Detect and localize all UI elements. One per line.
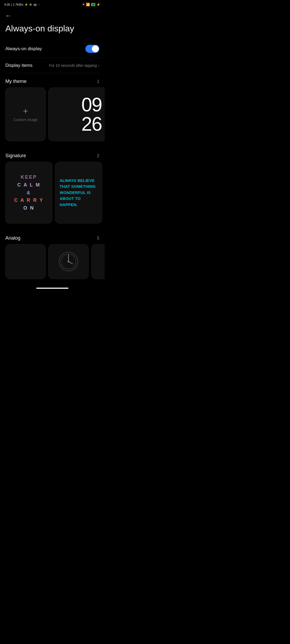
display-items-label: Display items [5, 63, 32, 68]
analog-section-header: Analog 5 [0, 230, 105, 244]
status-right: ✕ 📶 16 ⚡ [82, 3, 100, 6]
network-speed-value: 1.7KB/s [13, 3, 23, 6]
time: 9:26 [4, 3, 10, 6]
always-on-toggle[interactable] [85, 45, 99, 53]
dots-icon: ··· [38, 3, 40, 6]
always-on-label: Always-on display [5, 46, 42, 52]
analog-card-3[interactable] [91, 244, 105, 279]
status-left: 9:26 | 1.7KB/s ⚡ ⚙ 📹 ··· [4, 3, 40, 6]
analog-card-2[interactable] [48, 244, 89, 279]
analog-cards [0, 244, 105, 284]
svg-point-4 [68, 261, 69, 262]
camera-icon: 📹 [33, 3, 37, 6]
x-icon: ✕ [82, 3, 85, 6]
flash-icon: ⚡ [24, 3, 28, 6]
keep-calm-card[interactable]: KEEP C A L M & C A R R Y O N [5, 162, 52, 224]
clock-theme-card[interactable]: 09 26 [48, 87, 105, 141]
custom-image-label: Custom image [13, 118, 38, 122]
signature-count: 2 [97, 153, 99, 158]
kc-line2: C A L M [14, 181, 44, 189]
kc-line5: O N [14, 204, 44, 212]
analog-title: Analog [5, 235, 20, 241]
believe-text: ALWAYS BELIEVE THAT SOMETHING WONDERFUL … [55, 173, 102, 212]
keep-calm-text: KEEP C A L M & C A R R Y O N [14, 173, 44, 212]
always-believe-card[interactable]: ALWAYS BELIEVE THAT SOMETHING WONDERFUL … [55, 162, 102, 224]
plus-icon: + [23, 107, 28, 115]
clock-minute: 26 [81, 114, 102, 134]
always-on-toggle-row: Always-on display [0, 40, 105, 58]
toggle-knob [92, 45, 99, 52]
display-items-row[interactable]: Display items For 10 seconds after tappi… [0, 58, 105, 73]
home-indicator [0, 284, 105, 291]
page-title: Always-on display [0, 21, 105, 40]
kc-line3: & [14, 189, 44, 197]
analog-card-1[interactable] [5, 244, 46, 279]
charging-icon: ⚡ [96, 3, 100, 6]
signature-cards: KEEP C A L M & C A R R Y O N ALWAYS BELI… [0, 162, 105, 230]
my-theme-cards: + Custom image 09 26 [0, 87, 105, 148]
settings-icon: ⚙ [29, 3, 32, 6]
home-bar [36, 288, 68, 289]
back-button[interactable]: ← [0, 8, 105, 21]
analog-dial-icon [58, 251, 79, 272]
chevron-icon: › [98, 63, 99, 68]
kc-line1: KEEP [14, 173, 44, 181]
kc-line4: C A R R Y [14, 196, 44, 204]
my-theme-count: 1 [97, 79, 99, 84]
network-speed: | [11, 3, 12, 6]
status-bar: 9:26 | 1.7KB/s ⚡ ⚙ 📹 ··· ✕ 📶 16 ⚡ [0, 0, 105, 8]
display-items-subtitle: For 10 seconds after tapping [49, 63, 97, 68]
wifi-icon: 📶 [86, 3, 90, 6]
battery-indicator: 16 [91, 3, 95, 6]
display-items-value: For 10 seconds after tapping › [49, 63, 99, 68]
add-custom-image-card[interactable]: + Custom image [5, 87, 46, 141]
my-theme-title: My theme [5, 79, 27, 84]
my-theme-section-header: My theme 1 [0, 73, 105, 87]
clock-hour: 09 [81, 95, 102, 114]
analog-count: 5 [97, 236, 99, 241]
signature-title: Signature [5, 153, 26, 159]
signature-section-header: Signature 2 [0, 148, 105, 162]
